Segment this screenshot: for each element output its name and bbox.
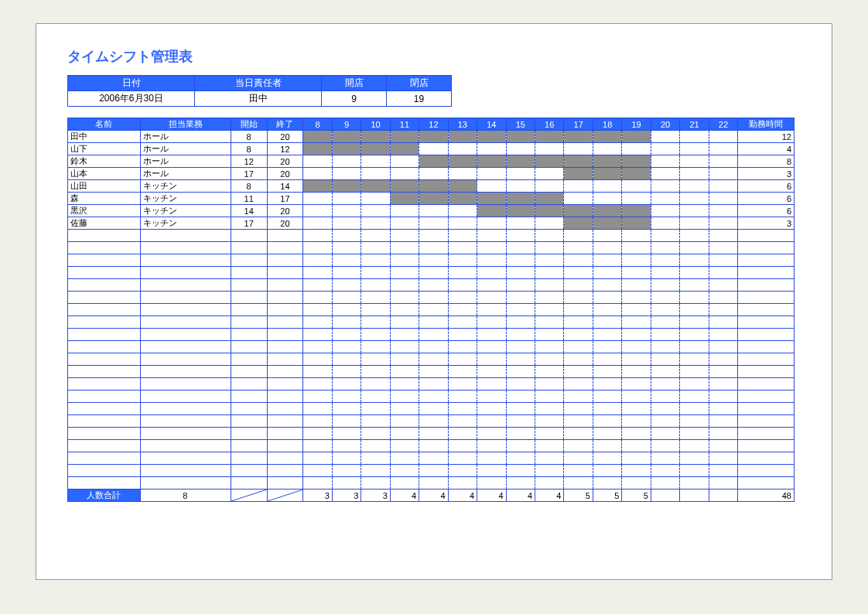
cell-end: [267, 341, 303, 353]
cell-hour: [564, 329, 593, 341]
cell-hour: [535, 242, 564, 254]
cell-hour: [303, 366, 332, 378]
footer-slash-end: [267, 489, 303, 502]
cell-hour: [390, 465, 419, 477]
cell-hour: [506, 353, 535, 366]
cell-hour: [593, 205, 621, 217]
cell-start: [231, 230, 267, 242]
cell-hour: [622, 316, 651, 329]
cell-hour: [564, 391, 593, 403]
cell-hour: [709, 440, 737, 452]
cell-job: [140, 391, 231, 403]
cell-hour: [651, 353, 679, 366]
cell-hour: [593, 366, 621, 378]
cell-hour: [680, 366, 709, 378]
meta-value-open: 9: [322, 91, 387, 107]
cell-workhours: [738, 279, 795, 292]
cell-hour: [593, 143, 621, 155]
cell-end: [267, 440, 303, 452]
cell-name: 黒沢: [68, 205, 141, 217]
cell-hour: [651, 131, 679, 143]
cell-hour: [477, 440, 506, 452]
cell-start: [231, 391, 267, 403]
cell-start: [231, 366, 267, 378]
cell-hour: [390, 279, 419, 292]
cell-hour: [477, 341, 506, 353]
svg-line-0: [231, 489, 267, 501]
cell-hour: [477, 131, 506, 143]
cell-hour: [303, 415, 332, 428]
cell-hour: [448, 155, 477, 168]
col-h12: 12: [419, 118, 448, 131]
cell-hour: [535, 193, 564, 205]
cell-end: [267, 353, 303, 366]
cell-hour: [332, 316, 361, 329]
footer-h17: 5: [564, 489, 593, 502]
cell-hour: [709, 304, 737, 316]
cell-hour: [651, 477, 679, 489]
cell-hour: [448, 477, 477, 489]
cell-hour: [680, 316, 709, 329]
cell-hour: [564, 378, 593, 391]
cell-hour: [361, 242, 390, 254]
cell-hour: [593, 242, 621, 254]
cell-end: [267, 279, 303, 292]
cell-hour: [390, 131, 419, 143]
cell-workhours: [738, 341, 795, 353]
cell-job: [140, 366, 231, 378]
cell-hour: [506, 304, 535, 316]
cell-hour: [303, 242, 332, 254]
footer-h20: [651, 489, 679, 502]
cell-hour: [506, 403, 535, 415]
cell-job: [140, 329, 231, 341]
cell-hour: [709, 428, 737, 440]
cell-workhours: 12: [738, 131, 795, 143]
table-row: [68, 366, 795, 378]
cell-hour: [709, 415, 737, 428]
cell-hour: [419, 403, 448, 415]
table-row: [68, 465, 795, 477]
cell-start: [231, 465, 267, 477]
table-row: [68, 403, 795, 415]
cell-hour: [361, 205, 390, 217]
table-row: [68, 267, 795, 279]
cell-hour: [622, 378, 651, 391]
cell-hour: [361, 378, 390, 391]
cell-hour: [622, 242, 651, 254]
cell-end: 20: [267, 205, 303, 217]
cell-hour: [564, 180, 593, 193]
cell-hour: [535, 391, 564, 403]
cell-job: ホール: [140, 155, 231, 168]
table-row: 山本ホール17203: [68, 168, 795, 180]
cell-hour: [564, 205, 593, 217]
cell-hour: [622, 193, 651, 205]
cell-end: 20: [267, 155, 303, 168]
cell-hour: [361, 230, 390, 242]
cell-start: 8: [231, 180, 267, 193]
cell-hour: [506, 180, 535, 193]
cell-hour: [506, 366, 535, 378]
cell-hour: [709, 217, 737, 230]
cell-end: 14: [267, 180, 303, 193]
cell-hour: [477, 155, 506, 168]
cell-hour: [535, 477, 564, 489]
cell-start: [231, 341, 267, 353]
cell-hour: [622, 304, 651, 316]
cell-hour: [651, 465, 679, 477]
cell-hour: [709, 180, 737, 193]
cell-hour: [651, 217, 679, 230]
cell-hour: [593, 341, 621, 353]
cell-job: キッチン: [140, 193, 231, 205]
cell-hour: [390, 428, 419, 440]
cell-hour: [535, 254, 564, 267]
cell-hour: [477, 378, 506, 391]
cell-hour: [564, 366, 593, 378]
cell-hour: [419, 353, 448, 366]
cell-job: [140, 378, 231, 391]
cell-name: [68, 440, 141, 452]
cell-hour: [477, 316, 506, 329]
cell-hour: [448, 341, 477, 353]
footer-h22: [709, 489, 737, 502]
cell-hour: [651, 316, 679, 329]
cell-hour: [419, 193, 448, 205]
